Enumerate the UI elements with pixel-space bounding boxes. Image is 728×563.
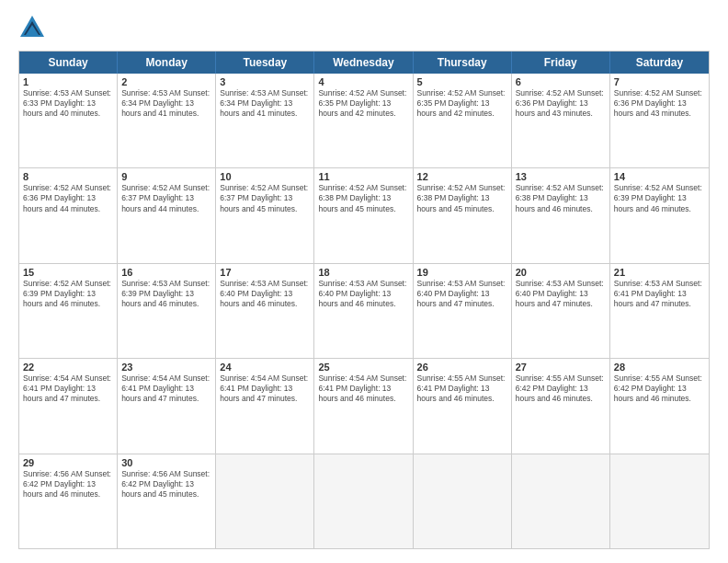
day-number: 6 (516, 76, 606, 87)
day-number: 21 (614, 267, 705, 278)
day-number: 9 (121, 171, 211, 182)
day-details: Sunrise: 4:56 AM Sunset: 6:42 PM Dayligh… (23, 469, 113, 500)
day-details: Sunrise: 4:54 AM Sunset: 6:41 PM Dayligh… (23, 373, 113, 404)
day-details: Sunrise: 4:55 AM Sunset: 6:42 PM Dayligh… (614, 373, 705, 404)
day-cell-7: 7Sunrise: 4:52 AM Sunset: 6:36 PM Daylig… (610, 74, 709, 167)
day-details: Sunrise: 4:53 AM Sunset: 6:40 PM Dayligh… (417, 279, 507, 309)
day-number: 24 (220, 362, 310, 373)
day-cell-8: 8Sunrise: 4:52 AM Sunset: 6:36 PM Daylig… (19, 168, 118, 262)
day-cell-17: 17Sunrise: 4:53 AM Sunset: 6:40 PM Dayli… (216, 264, 314, 358)
day-number: 22 (23, 362, 113, 373)
day-number: 2 (121, 76, 211, 87)
day-cell-11: 11Sunrise: 4:52 AM Sunset: 6:38 PM Dayli… (314, 168, 413, 262)
day-number: 30 (121, 457, 211, 468)
calendar-row-0: 1Sunrise: 4:53 AM Sunset: 6:33 PM Daylig… (19, 74, 709, 168)
day-number: 23 (121, 362, 211, 373)
day-cell-25: 25Sunrise: 4:54 AM Sunset: 6:41 PM Dayli… (314, 359, 413, 453)
day-details: Sunrise: 4:53 AM Sunset: 6:41 PM Dayligh… (614, 279, 705, 309)
day-cell-24: 24Sunrise: 4:54 AM Sunset: 6:41 PM Dayli… (216, 359, 314, 453)
day-cell-21: 21Sunrise: 4:53 AM Sunset: 6:41 PM Dayli… (610, 264, 709, 358)
page: SundayMondayTuesdayWednesdayThursdayFrid… (0, 0, 728, 563)
day-cell-12: 12Sunrise: 4:52 AM Sunset: 6:38 PM Dayli… (414, 168, 512, 262)
day-cell-16: 16Sunrise: 4:53 AM Sunset: 6:39 PM Dayli… (118, 264, 216, 358)
day-details: Sunrise: 4:52 AM Sunset: 6:35 PM Dayligh… (417, 88, 507, 119)
header-cell-tuesday: Tuesday (216, 52, 314, 74)
day-number: 7 (614, 76, 705, 87)
calendar-row-3: 22Sunrise: 4:54 AM Sunset: 6:41 PM Dayli… (19, 359, 709, 454)
day-number: 3 (220, 76, 310, 87)
header (18, 14, 710, 41)
logo-icon (18, 14, 46, 41)
empty-cell (414, 454, 512, 548)
day-number: 18 (318, 267, 408, 278)
day-cell-29: 29Sunrise: 4:56 AM Sunset: 6:42 PM Dayli… (19, 454, 118, 548)
day-details: Sunrise: 4:52 AM Sunset: 6:39 PM Dayligh… (614, 183, 705, 213)
day-number: 27 (516, 362, 606, 373)
day-details: Sunrise: 4:52 AM Sunset: 6:38 PM Dayligh… (417, 183, 507, 213)
day-cell-5: 5Sunrise: 4:52 AM Sunset: 6:35 PM Daylig… (414, 74, 512, 167)
day-number: 8 (23, 171, 113, 182)
day-number: 20 (516, 267, 606, 278)
day-number: 25 (318, 362, 408, 373)
day-cell-9: 9Sunrise: 4:52 AM Sunset: 6:37 PM Daylig… (118, 168, 216, 262)
day-cell-20: 20Sunrise: 4:53 AM Sunset: 6:40 PM Dayli… (512, 264, 610, 358)
day-number: 26 (417, 362, 507, 373)
header-cell-sunday: Sunday (19, 52, 118, 74)
day-cell-28: 28Sunrise: 4:55 AM Sunset: 6:42 PM Dayli… (610, 359, 709, 453)
day-number: 10 (220, 171, 310, 182)
day-details: Sunrise: 4:52 AM Sunset: 6:36 PM Dayligh… (614, 88, 705, 119)
day-number: 14 (614, 171, 705, 182)
day-details: Sunrise: 4:53 AM Sunset: 6:39 PM Dayligh… (121, 279, 211, 309)
day-details: Sunrise: 4:53 AM Sunset: 6:40 PM Dayligh… (318, 279, 408, 309)
day-number: 12 (417, 171, 507, 182)
calendar-row-4: 29Sunrise: 4:56 AM Sunset: 6:42 PM Dayli… (19, 454, 709, 548)
day-cell-15: 15Sunrise: 4:52 AM Sunset: 6:39 PM Dayli… (19, 264, 118, 358)
day-details: Sunrise: 4:52 AM Sunset: 6:35 PM Dayligh… (318, 88, 408, 119)
day-details: Sunrise: 4:54 AM Sunset: 6:41 PM Dayligh… (318, 373, 408, 404)
day-number: 29 (23, 457, 113, 468)
calendar-header: SundayMondayTuesdayWednesdayThursdayFrid… (19, 52, 709, 74)
day-cell-26: 26Sunrise: 4:55 AM Sunset: 6:41 PM Dayli… (414, 359, 512, 453)
day-cell-4: 4Sunrise: 4:52 AM Sunset: 6:35 PM Daylig… (314, 74, 413, 167)
day-cell-22: 22Sunrise: 4:54 AM Sunset: 6:41 PM Dayli… (19, 359, 118, 453)
day-details: Sunrise: 4:52 AM Sunset: 6:36 PM Dayligh… (23, 183, 113, 213)
header-cell-wednesday: Wednesday (314, 52, 413, 74)
day-number: 28 (614, 362, 705, 373)
calendar-row-2: 15Sunrise: 4:52 AM Sunset: 6:39 PM Dayli… (19, 264, 709, 359)
day-details: Sunrise: 4:53 AM Sunset: 6:33 PM Dayligh… (23, 88, 113, 119)
day-details: Sunrise: 4:52 AM Sunset: 6:39 PM Dayligh… (23, 279, 113, 309)
day-number: 16 (121, 267, 211, 278)
day-details: Sunrise: 4:52 AM Sunset: 6:38 PM Dayligh… (318, 183, 408, 213)
day-details: Sunrise: 4:53 AM Sunset: 6:34 PM Dayligh… (220, 88, 310, 119)
day-cell-18: 18Sunrise: 4:53 AM Sunset: 6:40 PM Dayli… (314, 264, 413, 358)
empty-cell (216, 454, 314, 548)
day-number: 11 (318, 171, 408, 182)
day-details: Sunrise: 4:54 AM Sunset: 6:41 PM Dayligh… (220, 373, 310, 404)
day-number: 17 (220, 267, 310, 278)
day-cell-13: 13Sunrise: 4:52 AM Sunset: 6:38 PM Dayli… (512, 168, 610, 262)
day-cell-19: 19Sunrise: 4:53 AM Sunset: 6:40 PM Dayli… (414, 264, 512, 358)
empty-cell (314, 454, 413, 548)
calendar: SundayMondayTuesdayWednesdayThursdayFrid… (18, 51, 710, 549)
day-details: Sunrise: 4:52 AM Sunset: 6:37 PM Dayligh… (220, 183, 310, 213)
day-number: 15 (23, 267, 113, 278)
day-cell-6: 6Sunrise: 4:52 AM Sunset: 6:36 PM Daylig… (512, 74, 610, 167)
empty-cell (610, 454, 709, 548)
day-cell-1: 1Sunrise: 4:53 AM Sunset: 6:33 PM Daylig… (19, 74, 118, 167)
day-cell-23: 23Sunrise: 4:54 AM Sunset: 6:41 PM Dayli… (118, 359, 216, 453)
day-cell-10: 10Sunrise: 4:52 AM Sunset: 6:37 PM Dayli… (216, 168, 314, 262)
header-cell-thursday: Thursday (414, 52, 512, 74)
day-cell-2: 2Sunrise: 4:53 AM Sunset: 6:34 PM Daylig… (118, 74, 216, 167)
day-number: 5 (417, 76, 507, 87)
logo (18, 14, 48, 41)
empty-cell (512, 454, 610, 548)
day-details: Sunrise: 4:52 AM Sunset: 6:36 PM Dayligh… (516, 88, 606, 119)
day-details: Sunrise: 4:56 AM Sunset: 6:42 PM Dayligh… (121, 469, 211, 500)
day-cell-14: 14Sunrise: 4:52 AM Sunset: 6:39 PM Dayli… (610, 168, 709, 262)
calendar-row-1: 8Sunrise: 4:52 AM Sunset: 6:36 PM Daylig… (19, 168, 709, 263)
day-details: Sunrise: 4:54 AM Sunset: 6:41 PM Dayligh… (121, 373, 211, 404)
day-cell-30: 30Sunrise: 4:56 AM Sunset: 6:42 PM Dayli… (118, 454, 216, 548)
calendar-body: 1Sunrise: 4:53 AM Sunset: 6:33 PM Daylig… (19, 74, 709, 548)
day-details: Sunrise: 4:53 AM Sunset: 6:40 PM Dayligh… (516, 279, 606, 309)
day-details: Sunrise: 4:53 AM Sunset: 6:34 PM Dayligh… (121, 88, 211, 119)
